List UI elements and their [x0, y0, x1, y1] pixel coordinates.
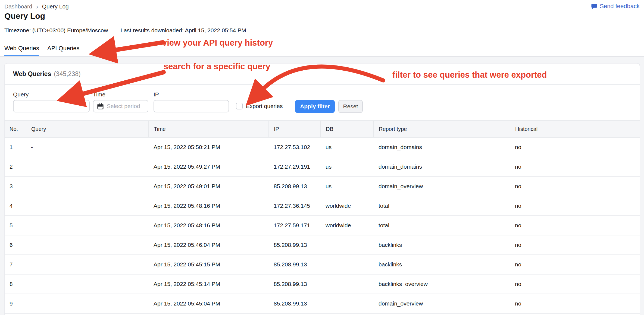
table-row: 3Apr 15, 2022 05:49:01 PM85.208.99.13usd… — [5, 177, 640, 196]
column-header: IP — [269, 121, 321, 137]
apply-filter-button[interactable]: Apply filter — [295, 100, 335, 113]
query-filter-label: Query — [13, 91, 29, 98]
reset-button[interactable]: Reset — [338, 100, 363, 113]
annotation-search-query: search for a specific query — [164, 62, 270, 71]
table-cell: us — [321, 157, 374, 177]
table-header-row: No.QueryTimeIPDBReport typeHistorical — [5, 121, 640, 137]
table-cell: backlinks — [374, 255, 510, 274]
annotation-export-filter: filter to see queries that were exported — [392, 70, 547, 80]
arrow-to-api-tab — [112, 42, 163, 51]
table-cell: 4 — [5, 196, 26, 216]
column-header: No. — [5, 121, 26, 137]
chevron-right-icon: › — [36, 4, 38, 10]
select-period-button[interactable]: Select period — [93, 100, 148, 112]
filter-bar: Query Time IP Select period Export queri… — [5, 85, 640, 120]
table-row: 6Apr 15, 2022 05:46:04 PM85.208.99.13bac… — [5, 235, 640, 255]
table-cell: - — [26, 157, 149, 177]
table-cell: Apr 15, 2022 05:48:16 PM — [149, 216, 269, 235]
breadcrumb: Dashboard › Query Log — [4, 3, 69, 10]
table-cell: Apr 15, 2022 05:49:01 PM — [149, 177, 269, 196]
table-row: 8Apr 15, 2022 05:45:14 PM85.208.99.13bac… — [5, 274, 640, 294]
table-cell — [321, 274, 374, 294]
table-cell: Apr 15, 2022 05:45:15 PM — [149, 255, 269, 274]
table-cell: 5 — [5, 216, 26, 235]
breadcrumb-current: Query Log — [42, 3, 69, 10]
table-cell: 172.27.36.145 — [269, 196, 321, 216]
table-cell — [26, 294, 149, 313]
table-cell: 1 — [5, 137, 26, 157]
tab-api-queries[interactable]: API Queries — [47, 45, 80, 56]
meta-row: Timezone: (UTC+03:00) Europe/Moscow Last… — [4, 27, 246, 34]
column-header: DB — [321, 121, 374, 137]
breadcrumb-dashboard[interactable]: Dashboard — [4, 3, 32, 10]
column-header: Historical — [510, 121, 640, 137]
table-cell: Apr 15, 2022 05:49:27 PM — [149, 157, 269, 177]
table-row: 5Apr 15, 2022 05:48:16 PM172.27.59.171wo… — [5, 216, 640, 235]
table-cell: 172.27.29.191 — [269, 157, 321, 177]
card-title: Web Queries — [13, 70, 51, 78]
table-cell — [321, 235, 374, 255]
table-cell — [26, 235, 149, 255]
table-cell: 85.208.99.13 — [269, 235, 321, 255]
table-cell — [26, 255, 149, 274]
table-cell: backlinks — [374, 235, 510, 255]
column-header: Query — [26, 121, 149, 137]
table-cell: 3 — [5, 177, 26, 196]
calendar-icon — [97, 103, 104, 110]
annotation-api-history: view your API query history — [162, 38, 273, 48]
table-cell: no — [510, 196, 640, 216]
last-results-text: Last results downloaded: April 15, 2022 … — [120, 27, 246, 34]
timezone-text: Timezone: (UTC+03:00) Europe/Moscow — [4, 27, 108, 34]
query-log-page: Dashboard › Query Log Send feedback Quer… — [0, 0, 644, 315]
card-count: (345,238) — [54, 70, 80, 78]
table-row: 1-Apr 15, 2022 05:50:21 PM172.27.53.102u… — [5, 137, 640, 157]
table-cell: 8 — [5, 274, 26, 294]
table-row: 7Apr 15, 2022 05:45:15 PM85.208.99.13bac… — [5, 255, 640, 274]
query-filter-input[interactable] — [13, 100, 90, 112]
column-header: Report type — [374, 121, 510, 137]
send-feedback-link[interactable]: Send feedback — [591, 3, 640, 10]
table-cell: no — [510, 157, 640, 177]
ip-filter-label: IP — [154, 91, 159, 98]
table-cell: us — [321, 177, 374, 196]
table-cell: Apr 15, 2022 05:48:16 PM — [149, 196, 269, 216]
table-cell: Apr 15, 2022 05:45:14 PM — [149, 274, 269, 294]
table-cell: total — [374, 196, 510, 216]
table-cell: 7 — [5, 255, 26, 274]
web-queries-card: Web Queries (345,238) Query Time IP Sele… — [4, 63, 640, 315]
table-cell — [26, 274, 149, 294]
table-cell: worldwide — [321, 216, 374, 235]
query-table-body: 1-Apr 15, 2022 05:50:21 PM172.27.53.102u… — [5, 137, 640, 313]
table-cell: 85.208.99.13 — [269, 294, 321, 313]
table-cell: domain_domains — [374, 157, 510, 177]
ip-filter-input[interactable] — [154, 100, 229, 112]
table-cell: 172.27.59.171 — [269, 216, 321, 235]
table-cell: no — [510, 274, 640, 294]
table-cell: 9 — [5, 294, 26, 313]
speech-bubble-icon — [591, 3, 597, 10]
table-row: 9Apr 15, 2022 05:45:04 PM85.208.99.13dom… — [5, 294, 640, 313]
export-queries-checkbox[interactable] — [236, 103, 243, 109]
table-cell: Apr 15, 2022 05:50:21 PM — [149, 137, 269, 157]
table-cell: domain_overview — [374, 177, 510, 196]
table-cell: 6 — [5, 235, 26, 255]
table-cell: 85.208.99.13 — [269, 177, 321, 196]
table-cell — [321, 294, 374, 313]
table-cell: no — [510, 255, 640, 274]
tab-web-queries[interactable]: Web Queries — [4, 45, 39, 56]
export-queries-label[interactable]: Export queries — [246, 103, 283, 109]
table-cell: Apr 15, 2022 05:46:04 PM — [149, 235, 269, 255]
table-cell — [26, 196, 149, 216]
query-log-table: No.QueryTimeIPDBReport typeHistorical 1-… — [5, 120, 640, 314]
tab-bar: Web Queries API Queries — [4, 45, 80, 56]
time-filter-label: Time — [93, 91, 105, 98]
table-cell: domain_overview — [374, 294, 510, 313]
table-cell: no — [510, 235, 640, 255]
table-cell: 172.27.53.102 — [269, 137, 321, 157]
table-cell: worldwide — [321, 196, 374, 216]
table-cell: no — [510, 137, 640, 157]
select-period-placeholder: Select period — [107, 103, 140, 109]
table-cell: - — [26, 137, 149, 157]
table-cell: us — [321, 137, 374, 157]
table-cell: 2 — [5, 157, 26, 177]
